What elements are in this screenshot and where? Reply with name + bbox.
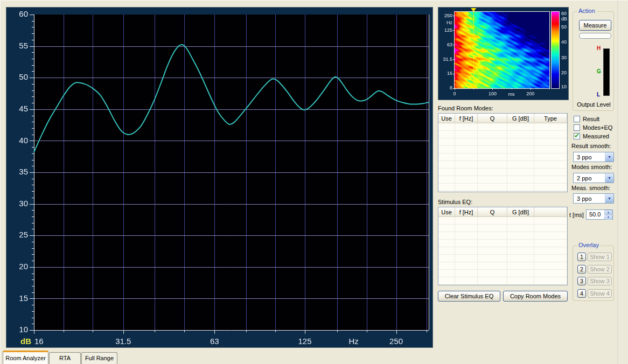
table-cell <box>438 123 455 130</box>
table-cell <box>534 146 567 153</box>
table-cell <box>507 153 534 160</box>
overlay-groupbox-title: Overlay <box>577 242 601 248</box>
overlay-show-button-1[interactable]: Show 1 <box>588 253 612 261</box>
smooth-label-1: Modes smooth: <box>571 164 612 170</box>
smooth-label-0: Result smooth: <box>571 143 611 149</box>
smooth-combo-0[interactable]: 3 ppo▼ <box>573 152 614 162</box>
table-row <box>438 247 567 255</box>
time-gate-spinner[interactable]: 50.0▲▼ <box>586 209 613 220</box>
checkbox-row-measured: ✔Measured <box>574 133 609 139</box>
table-cell <box>438 153 455 160</box>
table-cell <box>507 277 534 284</box>
tab-rta[interactable]: RTA <box>49 352 81 364</box>
meter-mark-g: G <box>597 68 601 74</box>
table-cell <box>507 225 534 232</box>
overlay-select-button-2[interactable]: 2 <box>577 265 586 274</box>
table-header-row: Usef [Hz]QG [dB] <box>438 207 567 217</box>
table-cell <box>534 217 567 224</box>
tab-room-analyzer[interactable]: Room Analyzer <box>3 351 48 364</box>
smooth-combo-1[interactable]: 2 ppo▼ <box>573 173 614 183</box>
table-cell <box>534 232 567 239</box>
copy-room-modes-button[interactable]: Copy Room Modes <box>503 291 568 302</box>
overlay-show-button-2[interactable]: Show 2 <box>588 265 612 274</box>
table-cell <box>478 255 507 262</box>
table-cell <box>438 161 455 168</box>
table-cell <box>534 240 567 247</box>
overlay-show-button-3[interactable]: Show 3 <box>588 277 612 285</box>
table-cell <box>534 131 567 138</box>
table-header-cell[interactable]: Use <box>438 114 455 123</box>
chevron-down-icon[interactable]: ▼ <box>605 173 613 183</box>
checkbox-modeseq[interactable] <box>574 124 580 131</box>
table-cell <box>507 184 534 191</box>
spinner-down-icon[interactable]: ▼ <box>604 215 612 220</box>
table-header-cell[interactable]: f [Hz] <box>455 207 478 216</box>
table-cell <box>455 161 478 168</box>
table-row <box>438 153 567 161</box>
overlay-show-button-4[interactable]: Show 4 <box>588 289 612 298</box>
spectrogram-chart[interactable] <box>438 8 568 100</box>
table-cell <box>438 225 455 232</box>
meter-mark-h: H <box>597 45 601 51</box>
table-cell <box>438 146 455 153</box>
table-cell <box>438 232 455 239</box>
chevron-down-icon[interactable]: ▼ <box>605 194 613 203</box>
table-cell <box>534 270 567 277</box>
table-header-cell[interactable]: f [Hz] <box>455 114 478 123</box>
combo-value: 3 ppo <box>574 154 605 160</box>
table-cell <box>455 131 478 138</box>
chevron-down-icon[interactable]: ▼ <box>605 152 613 162</box>
smooth-combo-2[interactable]: 3 ppo▼ <box>573 193 614 204</box>
table-cell <box>478 262 507 269</box>
table-cell <box>438 138 455 145</box>
table-header-cell[interactable]: Use <box>438 207 455 216</box>
table-cell <box>534 247 567 254</box>
measure-button[interactable]: Measure <box>579 20 611 31</box>
table-cell <box>455 184 478 191</box>
time-gate-label: t [ms] <box>569 212 584 218</box>
table-cell <box>438 247 455 254</box>
table-row <box>438 240 567 247</box>
table-cell <box>438 270 455 277</box>
table-cell <box>438 169 455 176</box>
table-cell <box>438 255 455 262</box>
table-cell <box>455 217 478 224</box>
checkbox-label: Modes+EQ <box>583 124 612 131</box>
found-room-modes-table[interactable]: Usef [Hz]QG [dB]Type <box>438 113 568 192</box>
spinner-up-icon[interactable]: ▲ <box>604 210 612 215</box>
table-cell <box>478 191 507 192</box>
table-cell <box>478 247 507 254</box>
table-cell <box>455 123 478 130</box>
table-cell <box>455 255 478 262</box>
table-cell <box>478 270 507 277</box>
table-cell <box>478 161 507 168</box>
table-row <box>438 123 567 131</box>
table-row <box>438 217 567 225</box>
table-cell <box>507 247 534 254</box>
table-cell <box>455 153 478 160</box>
table-cell <box>455 240 478 247</box>
overlay-groupbox: Overlay 1Show 12Show 23Show 34Show 4 <box>573 246 614 301</box>
clear-stimulus-eq-button[interactable]: Clear Stimulus EQ <box>438 291 500 302</box>
tab-full-range[interactable]: Full Range <box>81 352 117 364</box>
overlay-select-button-4[interactable]: 4 <box>577 289 586 298</box>
overlay-select-button-1[interactable]: 1 <box>577 253 586 261</box>
table-cell <box>438 285 455 285</box>
frequency-response-chart[interactable] <box>6 8 432 347</box>
overlay-select-button-3[interactable]: 3 <box>577 277 586 285</box>
right-divider-highlight <box>618 1 619 364</box>
table-header-cell[interactable]: G [dB] <box>507 207 534 216</box>
table-cell <box>478 285 507 285</box>
table-header-cell[interactable]: Type <box>534 114 567 123</box>
table-cell <box>534 191 567 192</box>
table-cell <box>507 161 534 168</box>
check-icon: ✔ <box>574 132 580 139</box>
table-header-cell[interactable] <box>534 207 567 216</box>
table-header-cell[interactable]: G [dB] <box>507 114 534 123</box>
stimulus-eq-table[interactable]: Usef [Hz]QG [dB] <box>438 207 568 285</box>
table-header-cell[interactable]: Q <box>478 207 507 216</box>
table-cell <box>534 262 567 269</box>
table-header-cell[interactable]: Q <box>478 114 507 123</box>
checkbox-measured[interactable]: ✔ <box>574 133 580 139</box>
checkbox-result[interactable] <box>574 116 580 122</box>
